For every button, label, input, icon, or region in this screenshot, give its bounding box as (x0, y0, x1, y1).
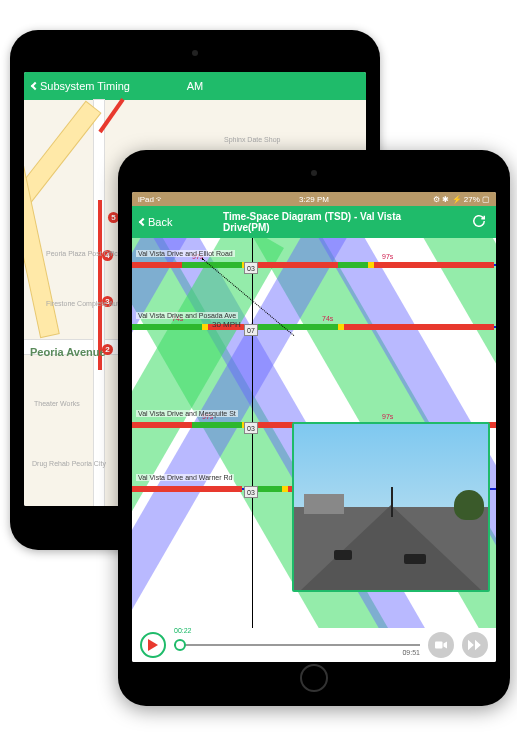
back-button[interactable]: Back (140, 216, 172, 228)
phase-box: 03 (244, 486, 258, 498)
skip-button[interactable] (462, 632, 488, 658)
intersection-label: Val Vista Drive and Warner Rd (136, 474, 234, 481)
play-icon (148, 639, 158, 651)
time-duration: 09:51 (402, 649, 420, 656)
phase-box: 07 (244, 324, 258, 336)
refresh-button[interactable] (472, 214, 486, 230)
tsd-chart[interactable]: 30 MPH Val Vista Drive and Elliot Road 0… (132, 238, 496, 628)
cycle-label: 74s (322, 315, 333, 322)
intersection-label: Val Vista Drive and Elliot Road (136, 250, 235, 257)
poi-label: Peoria Plaza Post Office (46, 250, 122, 258)
scrubber-knob[interactable] (174, 639, 186, 651)
back-navbar: Subsystem Timing AM (24, 72, 366, 100)
play-button[interactable] (140, 632, 166, 658)
page-title: Time-Space Diagram (TSD) - Val Vista Dri… (223, 211, 405, 233)
cycle-label: 97s (382, 253, 393, 260)
map-highway (24, 79, 59, 337)
signal-badge[interactable]: 2 (102, 344, 113, 355)
camera-toggle-button[interactable] (428, 632, 454, 658)
chevron-left-icon (139, 218, 147, 226)
video-thumbnail[interactable] (292, 422, 490, 592)
poi-label: Drug Rehab Peoria City (32, 460, 106, 468)
poi-label: Sphinx Date Shop (224, 136, 280, 144)
back-button[interactable]: Subsystem Timing (32, 80, 130, 92)
camera-icon (311, 170, 317, 176)
intersection-row: Val Vista Drive and Posada Ave 07 74s 74… (132, 324, 496, 344)
front-navbar: Back Time-Space Diagram (TSD) - Val Vist… (132, 206, 496, 238)
status-time: 3:29 PM (299, 195, 329, 204)
cycle-label: 97s (382, 413, 393, 420)
status-left: iPad ᯤ (138, 195, 164, 204)
back-title: AM (187, 80, 204, 92)
status-bar: iPad ᯤ 3:29 PM ⚙ ✱ ⚡ 27% ▢ (132, 192, 496, 206)
video-icon (435, 640, 447, 650)
back-label: Back (148, 216, 172, 228)
phase-box: 03 (244, 262, 258, 274)
camera-icon (192, 50, 198, 56)
tablet-front: iPad ᯤ 3:29 PM ⚙ ✱ ⚡ 27% ▢ Back Time-Spa… (118, 150, 510, 706)
play-bar: 00:22 09:51 (132, 628, 496, 662)
map-corridor (98, 200, 102, 370)
intersection-row: Val Vista Drive and Elliot Road 03 97s 9… (132, 262, 496, 282)
front-screen: iPad ᯤ 3:29 PM ⚙ ✱ ⚡ 27% ▢ Back Time-Spa… (132, 192, 496, 662)
status-right: ⚙ ✱ ⚡ 27% ▢ (433, 195, 490, 204)
phase-box: 03 (244, 422, 258, 434)
speed-label: 30 MPH (212, 320, 241, 329)
time-current: 00:22 (174, 627, 192, 634)
avenue-label: Peoria Avenue (30, 346, 106, 358)
back-label: Subsystem Timing (40, 80, 130, 92)
svg-rect-0 (435, 642, 443, 649)
forward-icon (468, 639, 482, 651)
refresh-icon (472, 214, 486, 228)
chevron-left-icon (31, 82, 39, 90)
intersection-label: Val Vista Drive and Mesquite St (136, 410, 238, 417)
scrubber[interactable]: 00:22 09:51 (174, 635, 420, 655)
poi-label: Theater Works (34, 400, 80, 408)
intersection-label: Val Vista Drive and Posada Ave (136, 312, 238, 319)
home-button[interactable] (300, 664, 328, 692)
